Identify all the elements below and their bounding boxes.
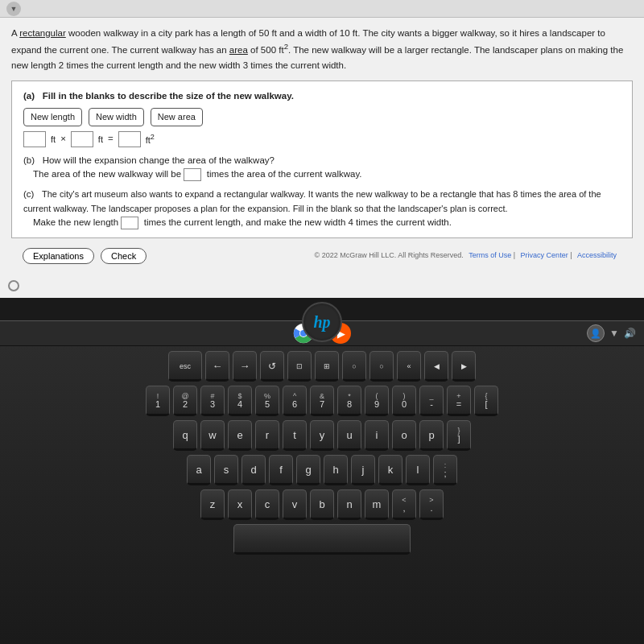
key-c[interactable]: c [255,489,279,520]
ft-unit-2: ft [98,133,103,147]
input-row-a: ft × ft = ft2 [23,131,621,147]
key-bracket-r[interactable]: }] [447,420,471,451]
part-c-blank[interactable] [121,217,138,229]
asdf-row: a s d f g h j k l :; [8,455,636,485]
bottom-bar: Explanations Check © 2022 McGraw Hill LL… [11,245,633,267]
key-brace[interactable]: {[ [474,386,498,416]
key-b[interactable]: b [310,489,334,520]
settings-icon[interactable]: ▼ [609,328,619,339]
key-mute[interactable]: « [397,351,421,382]
question-box: (a) Fill in the blanks to describe the s… [11,80,633,238]
key-h[interactable]: h [324,455,348,485]
content-area: A rectangular wooden walkway in a city p… [0,18,644,274]
key-3[interactable]: #3 [200,386,225,416]
area-input[interactable] [118,131,141,147]
key-circle2[interactable]: ○ [369,351,394,382]
width-input[interactable] [71,131,93,147]
key-refresh[interactable]: ↺ [260,351,284,382]
key-u[interactable]: u [337,420,361,451]
key-vol-down[interactable]: ◀ [424,351,448,382]
screen-top-bar: ▼ [0,0,644,18]
copyright-bar: © 2022 McGraw Hill LLC. All Rights Reser… [315,250,621,262]
terms-link[interactable]: Terms of Use [469,251,511,259]
key-esc[interactable]: esc [168,351,202,382]
taskbar-right-icons: 👤 ▼ 🔊 [587,324,636,342]
key-8[interactable]: *8 [337,386,361,416]
key-2[interactable]: @2 [173,386,197,416]
key-y[interactable]: y [310,420,334,451]
key-g[interactable]: g [296,455,320,485]
key-windows[interactable]: ⊞ [315,351,339,382]
key-k[interactable]: k [378,455,402,485]
new-length-label: New length [23,108,82,126]
number-key-row: !1 @2 #3 $4 %5 ^6 &7 *8 (9 )0 _- += {[ [8,386,636,416]
new-width-label: New width [89,108,144,126]
key-d[interactable]: d [242,455,266,485]
key-comma[interactable]: <, [392,489,416,520]
equals-symbol: = [108,132,114,146]
key-p[interactable]: p [419,420,444,451]
key-vol-up[interactable]: ▶ [452,351,476,382]
key-t[interactable]: t [283,420,307,451]
key-o[interactable]: o [392,420,416,451]
ft2-unit: ft2 [146,132,155,147]
chevron-down-icon[interactable]: ▼ [6,2,21,16]
privacy-link[interactable]: Privacy Center [521,251,568,259]
key-w[interactable]: w [200,420,225,451]
key-forward[interactable]: → [233,351,257,382]
key-minus[interactable]: _- [419,386,444,416]
key-plus[interactable]: += [447,386,471,416]
key-7[interactable]: &7 [310,386,334,416]
part-a-label: (a) Fill in the blanks to describe the s… [23,89,621,103]
screen: ▼ A rectangular wooden walkway in a city… [0,0,644,298]
button-group: Explanations Check [23,248,147,264]
part-a: (a) Fill in the blanks to describe the s… [23,89,621,147]
key-e[interactable]: e [228,420,252,451]
key-z[interactable]: z [200,489,225,520]
key-q[interactable]: q [173,420,197,451]
ft-unit-1: ft [51,133,56,147]
key-x[interactable]: x [228,489,252,520]
zxcv-row: z x c v b n m <, >. [8,489,636,520]
new-area-label: New area [151,108,203,126]
key-i[interactable]: i [365,420,389,451]
key-0[interactable]: )0 [392,386,416,416]
function-key-row: esc ← → ↺ ⊡ ⊞ ○ ○ « ◀ ▶ [8,351,636,382]
key-back[interactable]: ← [205,351,229,382]
key-n[interactable]: n [337,489,361,520]
key-5[interactable]: %5 [255,386,279,416]
key-6[interactable]: ^6 [283,386,307,416]
key-r[interactable]: r [255,420,279,451]
key-m[interactable]: m [365,489,389,520]
key-spacebar[interactable] [233,524,411,555]
length-input[interactable] [23,131,46,147]
key-fullscreen[interactable]: ⊡ [287,351,312,382]
key-l[interactable]: l [406,455,430,485]
part-c: (c) The city's art museum also wants to … [23,188,621,229]
space-row [8,524,636,555]
key-1[interactable]: !1 [146,386,170,416]
key-f[interactable]: f [269,455,293,485]
check-button[interactable]: Check [101,248,147,264]
qwerty-row: q w e r t y u i o p }] [8,420,636,451]
accessibility-link[interactable]: Accessibility [577,251,617,259]
circle-indicator [8,280,19,291]
key-period[interactable]: >. [419,489,444,520]
times-symbol: × [60,132,66,146]
key-s[interactable]: s [214,455,238,485]
key-circle1[interactable]: ○ [342,351,366,382]
explanations-button[interactable]: Explanations [23,248,94,264]
profile-icon[interactable]: 👤 [587,324,605,342]
problem-text: A rectangular wooden walkway in a city p… [11,26,633,72]
key-4[interactable]: $4 [228,386,252,416]
key-a[interactable]: a [187,455,211,485]
part-b-blank[interactable] [184,168,201,181]
key-9[interactable]: (9 [365,386,389,416]
key-j[interactable]: j [351,455,375,485]
fill-blanks-labels: New length New width New area [23,108,621,126]
volume-icon[interactable]: 🔊 [624,328,636,339]
part-b: (b) How will the expansion change the ar… [23,154,621,182]
key-v[interactable]: v [283,489,307,520]
key-semicolon[interactable]: :; [433,455,457,485]
keyboard-area: esc ← → ↺ ⊡ ⊞ ○ ○ « ◀ ▶ !1 @2 #3 $4 %5 ^… [0,346,644,644]
